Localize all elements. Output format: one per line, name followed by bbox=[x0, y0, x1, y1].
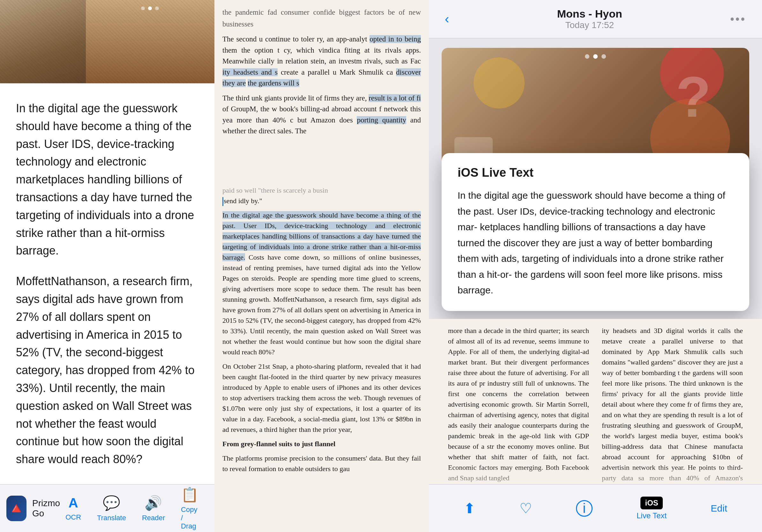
translate-icon: 💬 bbox=[103, 495, 120, 511]
messages-header: ‹ Mons - Hyon Today 17:52 ••• bbox=[429, 0, 762, 38]
live-text-label: Live Text bbox=[637, 511, 667, 520]
message-time: Today 17:52 bbox=[557, 20, 622, 30]
right-col-1: more than a decade in the third quarter;… bbox=[442, 325, 595, 485]
heart-button[interactable]: ♡ bbox=[519, 500, 532, 516]
text-cursor bbox=[222, 197, 223, 206]
app-info: 🔺 Prizmo Go bbox=[6, 496, 65, 521]
bottom-text-2: MoffettNathanson, a research firm, says … bbox=[16, 272, 198, 468]
middle-article-text: the pandemic fad consumer confide bigges… bbox=[214, 0, 429, 179]
bottom-toolbar-right: ⬆ ♡ i iOS Live Text Edit bbox=[429, 484, 762, 532]
options-dots[interactable]: ••• bbox=[730, 13, 746, 26]
translate-label: Translate bbox=[97, 514, 126, 522]
info-button[interactable]: i bbox=[576, 500, 592, 517]
ios-live-text-popup: iOS Live Text In the digital age the gue… bbox=[442, 153, 749, 311]
share-icon-right: ⬆ bbox=[464, 500, 476, 516]
middle-article-bottom: paid so well "there is scarcely a busin … bbox=[214, 179, 429, 532]
copy-drag-icon: 📋 bbox=[181, 486, 198, 503]
right-col-2: ity headsets and 3D digital worlds it ca… bbox=[595, 325, 749, 485]
app-icon-prizmo: 🔺 bbox=[6, 496, 27, 521]
live-text-popup-body: In the digital age the guesswork should … bbox=[458, 187, 733, 298]
contact-name: Mons - Hyon bbox=[557, 8, 622, 20]
ocr-label: OCR bbox=[65, 513, 81, 521]
right-bottom-area: more than a decade in the third quarter;… bbox=[429, 319, 762, 491]
right-panel: ‹ Mons - Hyon Today 17:52 ••• ? bbox=[429, 0, 762, 532]
translate-button[interactable]: 💬 Translate bbox=[97, 495, 126, 522]
live-text-popup-title: iOS Live Text bbox=[458, 166, 733, 179]
copy-drag-button[interactable]: 📋 Copy / Drag bbox=[181, 486, 198, 530]
header-center: Mons - Hyon Today 17:52 bbox=[557, 8, 622, 30]
right-article-columns: more than a decade in the third quarter;… bbox=[429, 319, 762, 491]
ocr-icon: A bbox=[68, 495, 78, 511]
bottom-text-1: In the digital age the guesswork should … bbox=[16, 100, 198, 260]
heart-icon: ♡ bbox=[519, 500, 532, 516]
edit-label: Edit bbox=[711, 503, 727, 514]
back-button[interactable]: ‹ bbox=[445, 12, 449, 26]
reader-icon: 🔊 bbox=[145, 495, 162, 511]
bottom-toolbar-left: 🔺 Prizmo Go A OCR 💬 Translate 🔊 Reader 📋… bbox=[0, 484, 214, 532]
left-panel: As well as a louche mystique, there has … bbox=[0, 0, 214, 532]
ios-live-text-group: iOS Live Text bbox=[637, 497, 667, 520]
message-article-image: ? bbox=[442, 48, 749, 169]
bottom-text-panel-left: In the digital age the guesswork should … bbox=[0, 83, 214, 532]
info-icon: i bbox=[576, 500, 592, 517]
reader-button[interactable]: 🔊 Reader bbox=[142, 495, 165, 522]
middle-panel: the pandemic fad consumer confide bigges… bbox=[214, 0, 429, 532]
share-button-right[interactable]: ⬆ bbox=[464, 500, 476, 516]
ocr-button[interactable]: A OCR bbox=[65, 495, 81, 521]
edit-button[interactable]: Edit bbox=[711, 503, 727, 514]
copy-drag-label: Copy / Drag bbox=[181, 505, 198, 530]
reader-label: Reader bbox=[142, 514, 165, 522]
ios-badge: iOS bbox=[641, 497, 662, 509]
toolbar-icons: A OCR 💬 Translate 🔊 Reader 📋 Copy / Drag… bbox=[65, 486, 214, 530]
middle-article-top: the pandemic fad consumer confide bigges… bbox=[214, 0, 429, 179]
app-name-label: Prizmo Go bbox=[32, 498, 65, 519]
message-area: ? The three unknowns of the modern adver… bbox=[429, 38, 762, 319]
